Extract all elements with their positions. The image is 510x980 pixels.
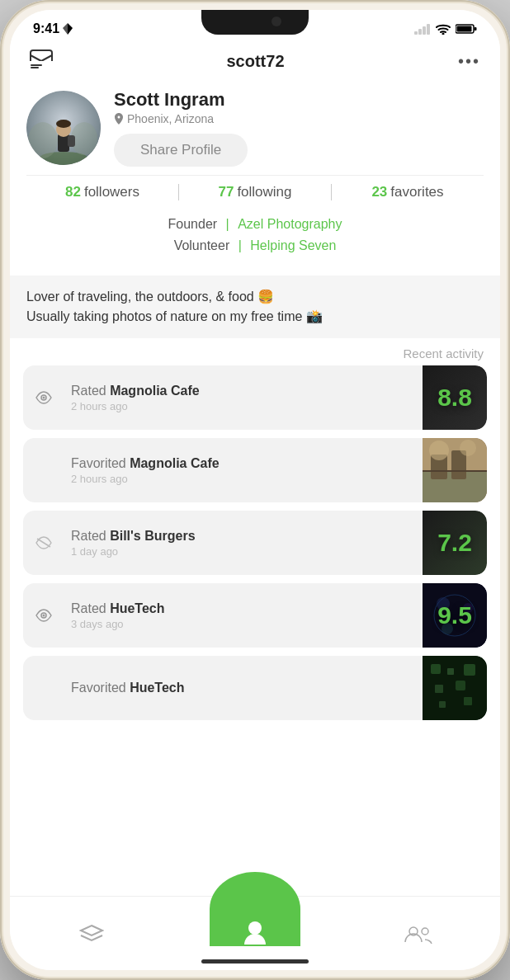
activity-title-2: Favorited Magnolia Cafe: [71, 456, 416, 471]
svg-point-29: [43, 615, 45, 617]
activity-action-1: Rated: [71, 384, 110, 398]
activity-section: Recent activity Rated Magnol: [10, 338, 500, 896]
nav-bar: scott72 •••: [10, 43, 500, 79]
status-icons: [414, 23, 477, 35]
nav-layers[interactable]: [10, 897, 173, 970]
nav-username: scott72: [226, 52, 284, 71]
bio-role-1: Founder: [168, 217, 218, 231]
svg-point-4: [442, 33, 445, 35]
visibility-icon-3[interactable]: [23, 536, 64, 549]
following-label: following: [237, 184, 291, 200]
location-pin-icon: [114, 113, 124, 125]
bio-link-2: Volunteer | Helping Seven: [40, 235, 470, 257]
activity-time-2: 2 hours ago: [71, 473, 416, 485]
activity-place-4: HueTech: [110, 601, 164, 615]
more-button[interactable]: •••: [458, 52, 480, 71]
location-text: Phoenix, Arizona: [127, 112, 214, 125]
bio-text: Lover of traveling, the outdoors, & food…: [10, 276, 500, 338]
person-icon: [243, 920, 267, 948]
activity-text-5: Favorited HueTech: [64, 672, 423, 704]
nav-profile[interactable]: [173, 897, 337, 970]
activity-list: Rated Magnolia Cafe 2 hours ago 8.8 Fa: [10, 365, 500, 725]
activity-title-3: Rated Bill's Burgers: [71, 529, 416, 544]
svg-rect-15: [68, 135, 75, 147]
activity-place-1: Magnolia Cafe: [110, 384, 199, 398]
activity-action-3: Rated: [71, 529, 110, 543]
svg-rect-36: [431, 664, 441, 674]
activity-time-1: 2 hours ago: [71, 400, 416, 412]
visibility-icon-4[interactable]: [23, 609, 64, 622]
group-icon: [404, 924, 433, 944]
profile-location: Phoenix, Arizona: [114, 112, 484, 125]
followers-count: 82: [65, 184, 81, 200]
activity-thumb-5[interactable]: [423, 656, 487, 720]
following-stat[interactable]: 77 following: [178, 184, 331, 200]
svg-rect-38: [464, 664, 475, 676]
activity-thumb-2[interactable]: [423, 438, 487, 502]
activity-title-1: Rated Magnolia Cafe: [71, 384, 416, 398]
activity-place-3: Bill's Burgers: [110, 529, 195, 543]
followers-stat[interactable]: 82 followers: [26, 184, 178, 200]
activity-title-4: Rated HueTech: [71, 601, 416, 616]
svg-rect-2: [423, 26, 426, 35]
activity-time-3: 1 day ago: [71, 545, 416, 558]
activity-header: Recent activity: [10, 338, 500, 365]
activity-text-2: Favorited Magnolia Cafe 2 hours ago: [64, 448, 423, 493]
activity-score-1: 8.8: [437, 384, 472, 412]
svg-rect-41: [439, 701, 446, 708]
svg-point-25: [460, 440, 476, 456]
activity-thumb-1[interactable]: 8.8: [423, 365, 487, 430]
svg-point-46: [422, 928, 428, 935]
bio-company-2[interactable]: Helping Seven: [250, 238, 336, 252]
activity-item: Rated HueTech 3 days ago: [23, 583, 487, 648]
svg-rect-0: [414, 31, 418, 35]
visibility-icon-1[interactable]: [23, 391, 64, 404]
activity-place-2: Magnolia Cafe: [130, 456, 219, 470]
share-profile-button[interactable]: Share Profile: [114, 134, 248, 167]
following-count: 77: [218, 184, 234, 200]
phone-screen: 9:41: [10, 10, 500, 970]
battery-icon: [456, 23, 477, 35]
stats-row: 82 followers 77 following 23 favorites: [26, 175, 484, 210]
svg-rect-3: [427, 24, 430, 35]
svg-rect-40: [456, 681, 465, 690]
activity-place-5: HueTech: [130, 681, 184, 695]
camera: [272, 16, 281, 26]
bio-link-1: Founder | Azel Photography: [40, 214, 470, 235]
svg-rect-1: [418, 29, 422, 35]
svg-point-17: [56, 120, 71, 128]
avatar: [26, 91, 101, 165]
svg-rect-37: [447, 668, 454, 675]
inbox-icon[interactable]: [30, 49, 53, 73]
profile-section: Scott Ingram Phoenix, Arizona Share Prof…: [10, 79, 500, 276]
bottom-nav: [10, 896, 500, 970]
favorites-label: favorites: [390, 184, 443, 200]
svg-point-19: [43, 397, 45, 399]
location-icon: [63, 23, 73, 35]
activity-text-4: Rated HueTech 3 days ago: [64, 593, 423, 638]
activity-action-4: Rated: [71, 601, 110, 615]
nav-group[interactable]: [337, 897, 500, 970]
svg-rect-6: [457, 26, 472, 32]
status-time: 9:41: [33, 21, 59, 36]
bio-separator-2: |: [238, 238, 242, 252]
activity-score-4: 9.5: [437, 601, 472, 629]
notch: [201, 10, 309, 35]
phone-frame: 9:41: [0, 0, 510, 980]
profile-name: Scott Ingram: [114, 89, 484, 111]
activity-item: Favorited Magnolia Cafe 2 hours ago: [23, 438, 487, 502]
bio-role-2: Volunteer: [174, 238, 230, 252]
svg-point-12: [28, 122, 58, 158]
svg-point-24: [429, 441, 449, 460]
activity-action-5: Favorited: [71, 681, 130, 695]
activity-thumb-4[interactable]: 9.5: [423, 583, 487, 648]
activity-thumb-3[interactable]: 7.2: [423, 511, 487, 575]
profile-details: Scott Ingram Phoenix, Arizona Share Prof…: [114, 89, 484, 167]
svg-marker-43: [81, 926, 102, 935]
favorites-stat[interactable]: 23 favorites: [331, 184, 484, 200]
followers-label: followers: [84, 184, 139, 200]
activity-action-2: Favorited: [71, 456, 130, 470]
bio-company-1[interactable]: Azel Photography: [238, 217, 342, 231]
activity-score-3: 7.2: [437, 529, 472, 557]
activity-item: Rated Bill's Burgers 1 day ago 7.2: [23, 511, 487, 575]
